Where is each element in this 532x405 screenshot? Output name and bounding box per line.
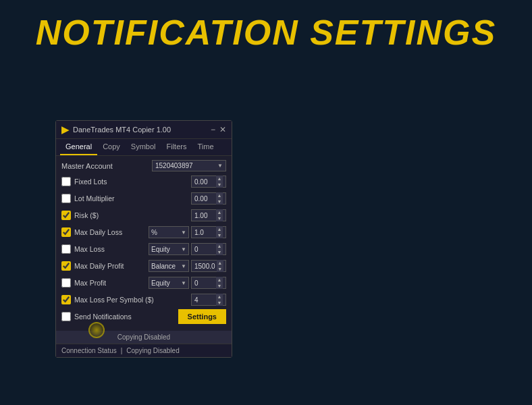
master-account-label: Master Account — [61, 162, 113, 170]
tab-copy[interactable]: Copy — [97, 139, 126, 155]
max-daily-loss-value[interactable]: 1.0 ▲ ▼ — [191, 226, 226, 238]
max-daily-loss-spin-up[interactable]: ▲ — [216, 226, 223, 232]
max-daily-loss-spin-down[interactable]: ▼ — [216, 232, 223, 238]
fixed-lots-value-text: 0.00 — [194, 178, 215, 186]
max-loss-per-symbol-value[interactable]: 4 ▲ ▼ — [191, 294, 226, 306]
title-bar: ▶ DaneTrades MT4 Copier 1.00 − ✕ — [56, 121, 232, 139]
send-notifications-checkbox[interactable] — [61, 312, 71, 321]
max-daily-loss-dropdown[interactable]: % ▼ — [149, 226, 189, 238]
max-loss-row: Max Loss Equity ▼ 0 ▲ ▼ — [61, 242, 226, 256]
max-loss-per-symbol-label: Max Loss Per Symbol ($) — [74, 296, 191, 304]
chevron-down-icon: ▼ — [181, 280, 186, 286]
max-profit-spin-up[interactable]: ▲ — [216, 277, 223, 283]
risk-value-text: 1.00 — [194, 212, 215, 219]
copying-status: Copying Disabled — [126, 347, 179, 354]
risk-spin-up[interactable]: ▲ — [216, 209, 223, 215]
lot-multiplier-value-text: 0.00 — [194, 195, 215, 202]
master-account-select[interactable]: 1520403897 ▼ — [152, 160, 226, 171]
close-button[interactable]: ✕ — [219, 126, 226, 134]
window-icon: ▶ — [61, 124, 69, 135]
connection-status-label: Connection Status — [61, 347, 117, 354]
form-body: Master Account 1520403897 ▼ Fixed Lots 0… — [56, 156, 232, 331]
risk-checkbox[interactable] — [61, 211, 71, 220]
page-title: NOTIFICATION SETTINGS — [0, 0, 532, 62]
max-daily-loss-row: Max Daily Loss % ▼ 1.0 ▲ ▼ — [61, 225, 226, 240]
max-loss-spin-down[interactable]: ▼ — [216, 249, 223, 255]
master-account-row: Master Account 1520403897 ▼ — [61, 160, 226, 171]
max-loss-spin-up[interactable]: ▲ — [216, 243, 223, 249]
risk-spin-down[interactable]: ▼ — [216, 215, 223, 221]
max-daily-loss-dropdown-value: % — [151, 229, 157, 236]
max-profit-dropdown-value: Equity — [151, 279, 170, 287]
fixed-lots-checkbox[interactable] — [61, 177, 71, 186]
max-daily-loss-checkbox[interactable] — [61, 227, 71, 237]
max-daily-profit-checkbox[interactable] — [61, 261, 71, 271]
risk-value[interactable]: 1.00 ▲ ▼ — [191, 209, 226, 221]
status-separator: | — [121, 347, 123, 354]
nav-tabs: General Copy Symbol Filters Time — [56, 139, 232, 156]
settings-button[interactable]: Settings — [178, 309, 226, 324]
max-loss-per-symbol-spin-down[interactable]: ▼ — [216, 300, 223, 306]
max-loss-per-symbol-row: Max Loss Per Symbol ($) 4 ▲ ▼ — [61, 292, 226, 307]
max-daily-loss-value-text: 1.0 — [194, 229, 215, 236]
max-daily-profit-value-text: 1500.0 — [194, 263, 215, 270]
max-daily-profit-spin-up[interactable]: ▲ — [217, 260, 223, 266]
max-daily-loss-label: Max Daily Loss — [74, 228, 149, 236]
status-bar: Connection Status | Copying Disabled — [56, 344, 232, 357]
max-profit-value[interactable]: 0 ▲ ▼ — [191, 277, 226, 289]
tab-general[interactable]: General — [60, 139, 97, 155]
lot-multiplier-row: Lot Multiplier 0.00 ▲ ▼ — [61, 191, 226, 206]
fixed-lots-spin-up[interactable]: ▲ — [216, 176, 223, 182]
max-loss-per-symbol-spin-up[interactable]: ▲ — [216, 294, 223, 300]
risk-row: Risk ($) 1.00 ▲ ▼ — [61, 208, 226, 223]
max-profit-row: Max Profit Equity ▼ 0 ▲ ▼ — [61, 275, 226, 290]
tab-symbol[interactable]: Symbol — [126, 139, 161, 155]
send-notifications-label: Send Notifications — [74, 313, 178, 321]
risk-label: Risk ($) — [74, 211, 191, 219]
max-daily-profit-spin-down[interactable]: ▼ — [217, 266, 223, 272]
chevron-down-icon: ▼ — [181, 263, 186, 269]
lot-multiplier-spin-up[interactable]: ▲ — [216, 192, 223, 198]
lot-multiplier-spin-down[interactable]: ▼ — [216, 198, 223, 205]
chevron-down-icon: ▼ — [181, 230, 186, 236]
max-daily-profit-dropdown-value: Balance — [151, 263, 176, 270]
max-daily-profit-row: Max Daily Profit Balance ▼ 1500.0 ▲ ▼ — [61, 259, 226, 273]
max-loss-value-text: 0 — [194, 246, 215, 253]
fixed-lots-value[interactable]: 0.00 ▲ ▼ — [191, 176, 226, 188]
max-loss-label: Max Loss — [74, 245, 149, 253]
window: ▶ DaneTrades MT4 Copier 1.00 − ✕ General… — [55, 120, 232, 358]
max-profit-label: Max Profit — [74, 279, 149, 287]
max-loss-value[interactable]: 0 ▲ ▼ — [191, 243, 226, 255]
fixed-lots-row: Fixed Lots 0.00 ▲ ▼ — [61, 174, 226, 189]
copying-disabled-bar: Copying Disabled — [56, 331, 232, 344]
tab-filters[interactable]: Filters — [161, 139, 192, 155]
max-daily-profit-label: Max Daily Profit — [74, 262, 149, 270]
tab-time[interactable]: Time — [192, 139, 219, 155]
master-account-value: 1520403897 — [155, 162, 193, 169]
max-daily-profit-dropdown[interactable]: Balance ▼ — [149, 260, 189, 272]
max-loss-checkbox[interactable] — [61, 244, 71, 254]
window-title: DaneTrades MT4 Copier 1.00 — [73, 126, 171, 134]
max-profit-value-text: 0 — [194, 279, 215, 287]
fixed-lots-spin-down[interactable]: ▼ — [216, 182, 223, 188]
max-profit-checkbox[interactable] — [61, 278, 71, 288]
max-profit-spin-down[interactable]: ▼ — [216, 283, 223, 289]
lot-multiplier-value[interactable]: 0.00 ▲ ▼ — [191, 192, 226, 205]
max-loss-dropdown[interactable]: Equity ▼ — [149, 243, 189, 255]
max-loss-per-symbol-value-text: 4 — [194, 296, 215, 304]
lot-multiplier-checkbox[interactable] — [61, 194, 71, 203]
max-profit-dropdown[interactable]: Equity ▼ — [149, 277, 189, 289]
max-daily-profit-value[interactable]: 1500.0 ▲ ▼ — [191, 260, 226, 272]
chevron-down-icon: ▼ — [181, 246, 186, 252]
max-loss-per-symbol-checkbox[interactable] — [61, 295, 71, 304]
minimize-button[interactable]: − — [211, 126, 215, 134]
max-loss-dropdown-value: Equity — [151, 246, 170, 253]
send-notifications-row: Send Notifications Settings — [61, 309, 226, 324]
lot-multiplier-label: Lot Multiplier — [74, 194, 191, 202]
fixed-lots-label: Fixed Lots — [74, 178, 191, 186]
chevron-down-icon: ▼ — [217, 163, 223, 169]
